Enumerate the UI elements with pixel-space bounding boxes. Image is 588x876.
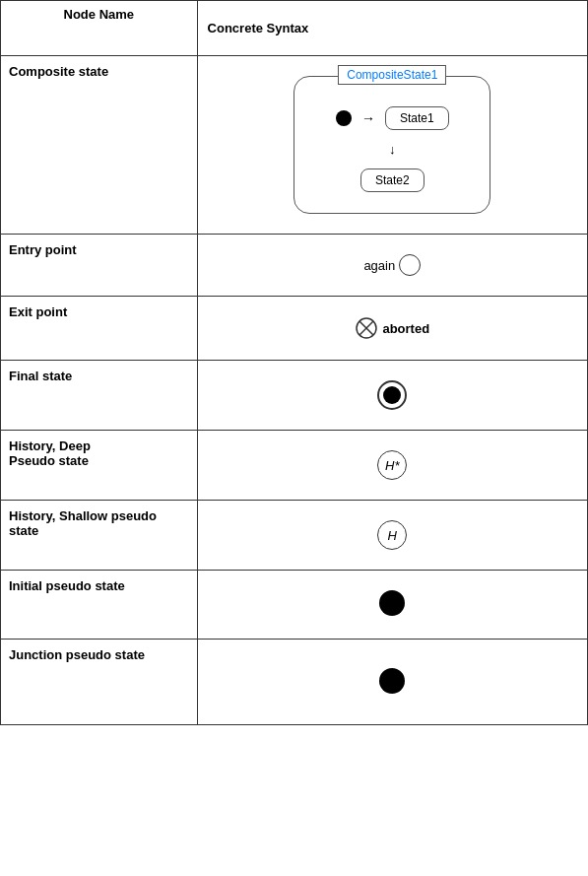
arrow-right-icon: →	[361, 111, 375, 125]
syntax-final	[197, 361, 587, 431]
history-deep-symbol: H*	[377, 450, 407, 480]
syntax-junction	[197, 640, 587, 725]
entry-point-circle	[399, 254, 421, 276]
table-row: Exit point aborted	[1, 297, 588, 361]
exit-point-text-label: aborted	[382, 321, 429, 336]
table-row: History, DeepPseudo state H*	[1, 431, 588, 501]
syntax-history-shallow: H	[197, 501, 587, 571]
table-row: Junction pseudo state	[1, 640, 588, 725]
node-name-history-shallow: History, Shallow pseudo state	[1, 501, 198, 571]
initial-pseudo-state-symbol	[379, 590, 405, 616]
node-name-initial: Initial pseudo state	[1, 571, 198, 640]
node-name-exit: Exit point	[1, 297, 198, 361]
junction-pseudo-state-symbol	[379, 668, 405, 694]
composite-diagram: CompositeState1 → State1 ↓ State2	[294, 76, 490, 214]
arrow-down-icon: ↓	[389, 142, 396, 157]
initial-pseudo-state-dot	[336, 110, 352, 126]
final-state-symbol	[377, 380, 407, 410]
node-name-junction: Junction pseudo state	[1, 640, 198, 725]
state1-box: State1	[385, 106, 449, 130]
table-row: History, Shallow pseudo state H	[1, 501, 588, 571]
table-row: Entry point again	[1, 235, 588, 297]
node-name-entry: Entry point	[1, 235, 198, 297]
entry-point-display: again	[208, 254, 577, 276]
syntax-history-deep: H*	[197, 431, 587, 501]
exit-point-symbol	[355, 316, 378, 340]
table-row: Final state	[1, 361, 588, 431]
arrow-down-container: ↓	[389, 142, 396, 157]
table-row: Initial pseudo state	[1, 571, 588, 640]
column-header-name: Node Name	[1, 1, 198, 56]
node-name-final: Final state	[1, 361, 198, 431]
entry-point-text-label: again	[363, 258, 395, 273]
final-state-inner-dot	[383, 386, 401, 404]
state2-box: State2	[360, 168, 425, 192]
composite-state-label: CompositeState1	[338, 65, 446, 85]
composite-inner-content: → State1 ↓ State2	[324, 97, 460, 192]
syntax-entry: again	[197, 235, 587, 297]
exit-point-display: aborted	[208, 316, 577, 340]
syntax-composite: CompositeState1 → State1 ↓ State2	[197, 56, 587, 235]
table-row: Composite state CompositeState1 → State1	[1, 56, 588, 235]
syntax-exit: aborted	[197, 297, 587, 361]
column-header-syntax: Concrete Syntax	[197, 1, 587, 56]
node-name-history-deep: History, DeepPseudo state	[1, 431, 198, 501]
composite-outer-box: CompositeState1 → State1 ↓ State2	[294, 76, 490, 214]
history-shallow-symbol: H	[377, 520, 407, 550]
node-name-composite: Composite state	[1, 56, 198, 235]
composite-row-1: → State1	[336, 106, 449, 130]
syntax-initial	[197, 571, 587, 640]
